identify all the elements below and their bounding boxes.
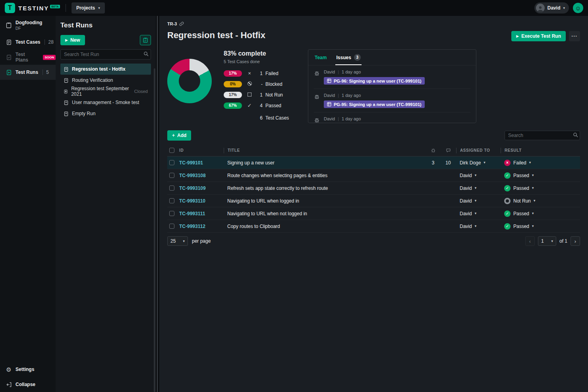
issue-link-chip[interactable]: PG-96: Signing up a new user (TC-999101): [324, 77, 425, 85]
run-item-routing-verification[interactable]: Routing Verification: [60, 75, 151, 86]
passed-icon: ✓: [504, 172, 511, 179]
row-checkbox[interactable]: [169, 211, 174, 216]
testcase-link[interactable]: TC-9993112: [179, 224, 205, 229]
row-checkbox[interactable]: [169, 160, 174, 165]
sidebar-item-settings[interactable]: ⚙ Settings: [0, 362, 56, 377]
issue-link-chip[interactable]: PG-95: Signing up a new user (TC-999101): [324, 100, 425, 108]
issue-entries: David | 1 day ago PG-96: Signing up a ne…: [308, 66, 476, 123]
assigned-dropdown[interactable]: David▾: [456, 198, 501, 204]
test-runs-count: 5: [43, 70, 49, 75]
row-checkbox[interactable]: [169, 173, 174, 178]
testcase-title: Signing up a new user: [224, 160, 426, 166]
sidebar-item-test-runs[interactable]: Test Runs 5: [0, 65, 56, 80]
chevron-down-icon: ▾: [534, 199, 536, 203]
page-count-label: of 1: [559, 238, 567, 244]
table-search-input[interactable]: [505, 131, 580, 140]
run-item-regression-hotfix[interactable]: Regression test - Hotfix: [60, 64, 151, 75]
feedback-smiley-button[interactable]: ☺: [573, 3, 583, 13]
tab-team[interactable]: Team: [314, 50, 327, 65]
chevron-down-icon: ▾: [529, 161, 531, 164]
panel-resize-handle[interactable]: [156, 16, 159, 392]
table-row[interactable]: TC-9993112 Copy routes to Clipboard Davi…: [167, 220, 580, 233]
link-icon[interactable]: [179, 21, 184, 26]
table-row[interactable]: TC-9993109 Refresh sets app state correc…: [167, 182, 580, 195]
run-icon: [64, 67, 69, 72]
passed-percent-pill: 67%: [224, 102, 242, 109]
bug-icon: [314, 94, 320, 100]
sidebar: Dogfooding DF Test Cases 28 Test Plans S…: [0, 16, 56, 392]
next-page-button[interactable]: ›: [571, 236, 580, 246]
passed-icon: ✓: [504, 210, 511, 217]
select-all-checkbox[interactable]: [169, 148, 174, 153]
run-item-regression-september[interactable]: Regression test September 2021 Closed: [60, 86, 151, 97]
main-content: TR-3 Regression test - Hotfix ▶ Execute …: [159, 16, 588, 392]
result-dropdown[interactable]: ✓Passed▾: [501, 210, 580, 217]
testcase-link[interactable]: TC-9993111: [179, 211, 205, 216]
test-run-list: Regression test - Hotfix Routing Verific…: [60, 64, 151, 119]
issues-column-icon: [426, 148, 440, 153]
collapse-icon: [6, 381, 12, 388]
testcase-link[interactable]: TC-9993109: [179, 185, 206, 191]
result-dropdown[interactable]: ✓Passed▾: [501, 185, 580, 191]
assigned-dropdown[interactable]: David▾: [456, 211, 501, 216]
run-item-empty-run[interactable]: Empty Run: [60, 108, 151, 119]
search-icon: [573, 132, 578, 137]
project-switcher[interactable]: Dogfooding DF: [0, 16, 56, 35]
per-page-select[interactable]: 25 ▾: [167, 236, 188, 246]
test-plans-icon: [6, 54, 12, 60]
progress-subline: 5 Test Cases done: [224, 59, 298, 64]
panel-title: Test Runs: [60, 21, 151, 29]
failed-icon: ×: [504, 160, 511, 166]
table-row[interactable]: TC-9993108 Route changes when selecting …: [167, 169, 580, 182]
result-dropdown[interactable]: ✓Passed▾: [501, 223, 580, 230]
row-checkbox[interactable]: [169, 224, 174, 229]
assigned-dropdown[interactable]: Dirk Doge▾: [456, 160, 501, 166]
testcase-title: Refresh sets app state correctly to refr…: [224, 185, 426, 191]
testcase-link[interactable]: TC-999101: [179, 160, 203, 166]
prev-page-button[interactable]: ‹: [525, 236, 535, 246]
col-header-result: RESULT: [501, 148, 580, 153]
run-item-user-management[interactable]: User management - Smoke test: [60, 97, 151, 108]
chevron-down-icon: ▾: [475, 186, 477, 190]
add-test-case-button[interactable]: + Add: [167, 130, 191, 141]
testcase-link[interactable]: TC-9993110: [179, 198, 205, 204]
notrun-icon: [245, 92, 254, 97]
result-dropdown[interactable]: ×Failed▾: [501, 160, 580, 166]
panel-scrollbar[interactable]: [154, 68, 155, 392]
run-icon: [64, 111, 69, 116]
run-icon: [64, 78, 69, 83]
breadcrumb: TR-3: [167, 21, 580, 26]
assigned-dropdown[interactable]: David▾: [456, 224, 501, 229]
assigned-dropdown[interactable]: David▾: [456, 173, 501, 178]
stat-row-blocked: 0% - Blocked: [224, 79, 298, 89]
more-icon: ···: [572, 33, 578, 39]
new-test-run-button[interactable]: ▶ New: [60, 35, 85, 45]
table-row[interactable]: TC-999101 Signing up a new user 3 10 Dir…: [167, 156, 580, 169]
assigned-dropdown[interactable]: David▾: [456, 185, 501, 191]
execute-test-run-button[interactable]: ▶ Execute Test Run: [511, 31, 566, 41]
page-select[interactable]: 1 ▾: [538, 236, 556, 246]
test-case-table: ID TITLE ASSIGNED TO RESULT: [167, 145, 580, 233]
table-row[interactable]: TC-9993110 Navigating to URL when logged…: [167, 195, 580, 207]
clipboard-action-button[interactable]: [140, 35, 151, 45]
progress-section: 83% complete 5 Test Cases done 17% × 1 F…: [167, 49, 580, 123]
user-menu-button[interactable]: David ▾: [534, 2, 569, 14]
row-checkbox[interactable]: [169, 198, 174, 203]
sidebar-collapse-button[interactable]: Collapse: [0, 377, 56, 392]
col-header-id: ID: [179, 148, 224, 153]
projects-dropdown[interactable]: Projects ▾: [72, 2, 105, 14]
more-options-button[interactable]: ···: [569, 31, 580, 41]
board-icon: [327, 79, 331, 83]
run-closed-icon: [64, 89, 68, 94]
result-dropdown[interactable]: ✓Passed▾: [501, 172, 580, 179]
testiny-logo[interactable]: T TESTINYBETA: [5, 3, 60, 13]
testcase-link[interactable]: TC-9993108: [179, 173, 206, 178]
tab-issues[interactable]: Issues 3: [335, 50, 361, 65]
sidebar-item-test-cases[interactable]: Test Cases 28: [0, 35, 56, 50]
search-test-run-input[interactable]: [60, 49, 151, 60]
row-checkbox[interactable]: [169, 185, 174, 191]
table-row[interactable]: TC-9993111 Navigating to URL when not lo…: [167, 207, 580, 220]
app-window: T TESTINYBETA Projects ▾ David ▾ ☺: [0, 0, 588, 392]
result-dropdown[interactable]: Not Run▾: [501, 198, 580, 204]
entry-time: 1 day ago: [342, 116, 361, 121]
